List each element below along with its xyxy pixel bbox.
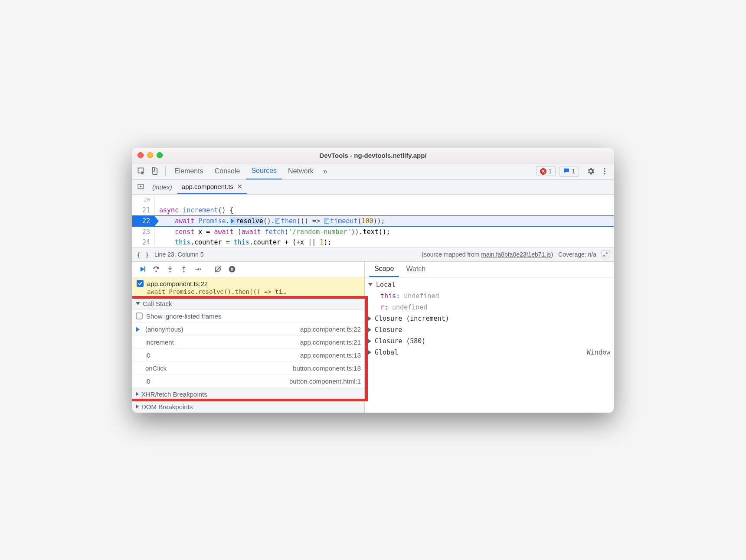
- window-title: DevTools - ng-devtools.netlify.app/: [132, 152, 614, 159]
- settings-icon[interactable]: [584, 165, 597, 178]
- call-stack-list: Show ignore-listed frames (anonymous) ap…: [132, 310, 364, 388]
- tab-scope[interactable]: Scope: [369, 262, 399, 277]
- maximize-window-button[interactable]: [157, 152, 163, 158]
- cursor-position: Line 23, Column 5: [154, 251, 204, 258]
- pretty-print-icon[interactable]: { }: [137, 251, 149, 259]
- deactivate-breakpoints-icon[interactable]: [212, 263, 225, 276]
- svg-point-3: [604, 168, 605, 169]
- devtools-window: DevTools - ng-devtools.netlify.app/ Elem…: [132, 148, 614, 413]
- expand-icon[interactable]: [602, 251, 609, 258]
- file-tab-app-component[interactable]: app.component.ts ✕: [177, 180, 247, 194]
- svg-point-4: [604, 170, 605, 172]
- coverage-label: Coverage: n/a: [558, 251, 596, 258]
- chevron-right-icon: [136, 404, 139, 409]
- scope-watch-tabs: Scope Watch: [365, 262, 614, 277]
- current-frame-icon: [136, 326, 143, 332]
- message-icon: [563, 167, 570, 176]
- line-number: 24: [132, 237, 155, 247]
- execution-point-marker: resolve: [230, 217, 263, 225]
- tab-watch[interactable]: Watch: [401, 262, 431, 277]
- chevron-right-icon: [368, 316, 371, 321]
- stack-frame[interactable]: i0 app.component.ts:13: [132, 349, 364, 362]
- close-window-button[interactable]: [137, 152, 144, 158]
- inspect-element-icon[interactable]: [135, 165, 148, 178]
- pause-on-exceptions-icon[interactable]: [226, 263, 239, 276]
- svg-point-10: [200, 268, 201, 270]
- message-count: 1: [572, 168, 575, 175]
- chevron-right-icon: [136, 392, 139, 396]
- chevron-down-icon: [368, 283, 373, 286]
- chevron-right-icon: [368, 339, 371, 343]
- breakpoint-line-number[interactable]: 22: [132, 216, 155, 226]
- toolbar-separator: [208, 265, 208, 273]
- device-toggle-icon[interactable]: [149, 165, 162, 178]
- svg-rect-2: [152, 168, 154, 171]
- svg-point-9: [183, 271, 184, 272]
- svg-point-8: [169, 271, 170, 272]
- breakpoint-enabled-checkbox[interactable]: [137, 280, 144, 287]
- stack-frame[interactable]: onClick button.component.ts:18: [132, 362, 364, 375]
- tab-network[interactable]: Network: [283, 163, 319, 179]
- editor-status-bar: { } Line 23, Column 5 (source mapped fro…: [132, 247, 614, 261]
- code-editor[interactable]: 20 21 async increment() { 22 await Promi…: [132, 195, 614, 247]
- step-marker-icon: [324, 218, 329, 224]
- line-number: 21: [132, 205, 155, 215]
- svg-point-5: [604, 173, 605, 174]
- step-out-icon[interactable]: [177, 263, 190, 276]
- debugger-left-pane: app.component.ts:22 await Promise.resolv…: [132, 262, 365, 413]
- show-navigator-icon[interactable]: [135, 181, 147, 193]
- tab-elements[interactable]: Elements: [169, 163, 209, 179]
- paused-snippet: await Promise.resolve().then(() => ti…: [137, 288, 360, 295]
- error-badge[interactable]: ✕ 1: [536, 166, 556, 176]
- dom-breakpoints-header[interactable]: DOM Breakpoints: [132, 400, 364, 413]
- error-count: 1: [548, 168, 552, 175]
- stack-frame[interactable]: i0 button.component.html:1: [132, 375, 364, 388]
- line-number: 23: [132, 227, 155, 237]
- stack-frame[interactable]: (anonymous) app.component.ts:22: [132, 323, 364, 336]
- debugger-pane: app.component.ts:22 await Promise.resolv…: [132, 261, 614, 413]
- chevron-right-icon: [368, 328, 371, 332]
- message-badge[interactable]: 1: [559, 166, 579, 177]
- call-stack-header[interactable]: Call Stack: [132, 297, 364, 310]
- close-tab-icon[interactable]: ✕: [237, 182, 242, 191]
- traffic-lights: [137, 152, 163, 158]
- stack-frame[interactable]: increment app.component.ts:21: [132, 336, 364, 349]
- kebab-menu-icon[interactable]: [598, 165, 611, 178]
- error-icon: ✕: [540, 168, 546, 175]
- xhr-breakpoints-header[interactable]: XHR/fetch Breakpoints: [132, 388, 364, 400]
- source-map-link[interactable]: main.fa8bfa0e23f1eb71.js: [481, 251, 551, 258]
- svg-rect-13: [231, 268, 232, 271]
- toolbar-separator: [165, 166, 166, 176]
- title-bar: DevTools - ng-devtools.netlify.app/: [132, 148, 614, 163]
- chevron-right-icon: [368, 350, 371, 355]
- line-number: 20: [132, 195, 155, 205]
- paused-location: app.component.ts:22: [147, 280, 208, 287]
- tab-sources[interactable]: Sources: [246, 163, 282, 179]
- svg-point-12: [229, 266, 236, 273]
- svg-rect-14: [232, 268, 233, 271]
- minimize-window-button[interactable]: [147, 152, 153, 158]
- resume-icon[interactable]: [136, 263, 149, 276]
- show-ignored-frames-toggle[interactable]: Show ignore-listed frames: [132, 310, 364, 323]
- debugger-right-pane: Scope Watch Local this: undefined r: und…: [365, 262, 614, 413]
- chevron-down-icon: [136, 302, 140, 305]
- checkbox-icon: [136, 313, 143, 319]
- devtools-toolbar: Elements Console Sources Network » ✕ 1 1: [132, 163, 614, 180]
- step-marker-icon: [275, 218, 280, 224]
- file-tab-index[interactable]: (index): [148, 180, 177, 194]
- step-icon[interactable]: [191, 263, 204, 276]
- paused-banner: app.component.ts:22 await Promise.resolv…: [132, 277, 364, 297]
- svg-point-7: [155, 270, 157, 272]
- step-over-icon[interactable]: [150, 263, 163, 276]
- source-map-info: (source mapped from main.fa8bfa0e23f1eb7…: [422, 251, 553, 258]
- file-tab-bar: (index) app.component.ts ✕: [132, 180, 614, 195]
- scope-tree[interactable]: Local this: undefined r: undefined Closu…: [365, 277, 614, 362]
- step-into-icon[interactable]: [164, 263, 177, 276]
- more-tabs-button[interactable]: »: [320, 167, 331, 176]
- tab-console[interactable]: Console: [209, 163, 245, 179]
- debug-controls: [132, 262, 364, 277]
